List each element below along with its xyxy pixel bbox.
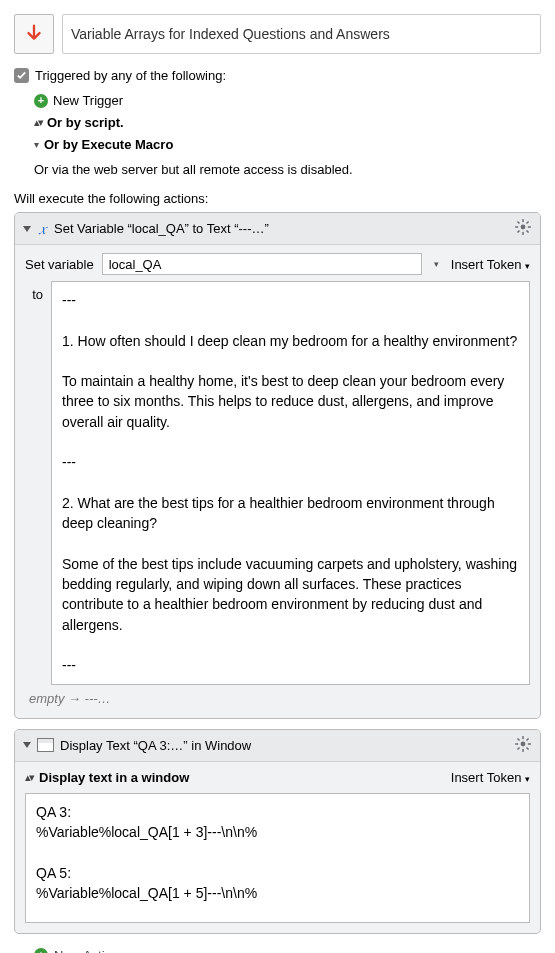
gear-icon [514,735,532,753]
variable-name-input[interactable]: local_QA [102,253,422,275]
action-header[interactable]: Display Text “QA 3:…” in Window [15,730,540,762]
window-icon [37,738,54,752]
updown-icon: ▴▾ [34,116,42,129]
plus-icon: + [34,948,48,953]
chevron-down-icon: ▾ [34,139,39,150]
svg-rect-5 [526,221,529,224]
svg-point-0 [521,225,526,230]
svg-rect-15 [517,747,520,750]
macro-title-text: Variable Arrays for Indexed Questions an… [71,26,390,42]
insert-token-button[interactable]: Insert Token ▾ [451,257,530,272]
empty-preview: empty → ---… [25,685,530,708]
svg-rect-11 [522,749,524,752]
new-trigger-button[interactable]: + New Trigger [34,93,541,108]
updown-icon: ▴▾ [25,771,33,784]
svg-rect-7 [517,221,520,224]
variable-name-value: local_QA [109,257,162,272]
gear-menu[interactable] [514,735,532,756]
macro-icon [14,14,54,54]
action-header-title: Set Variable “local_QA” to Text “---…” [54,221,269,236]
new-trigger-label: New Trigger [53,93,123,108]
insert-token-button[interactable]: Insert Token ▾ [451,770,530,785]
gear-icon [514,218,532,236]
variable-text-value[interactable]: --- 1. How often should I deep clean my … [51,281,530,685]
trigger-script-label: Or by script. [47,115,124,130]
triggered-checkbox[interactable] [14,68,29,83]
svg-rect-1 [522,219,524,222]
new-action-label: New Action [54,948,119,953]
svg-rect-17 [526,747,529,750]
svg-rect-8 [526,230,529,233]
svg-rect-16 [517,738,520,741]
set-variable-label: Set variable [25,257,94,272]
display-text-value[interactable]: QA 3: %Variable%local_QA[1 + 3]---\n\n% … [25,793,530,923]
disclosure-triangle-icon[interactable] [23,742,31,748]
svg-rect-6 [517,230,520,233]
variable-x-icon: 𝑥 [37,220,48,238]
svg-rect-10 [522,736,524,739]
svg-rect-14 [526,738,529,741]
disclosure-triangle-icon[interactable] [23,226,31,232]
to-label: to [25,281,43,302]
triggered-label: Triggered by any of the following: [35,68,226,83]
display-mode-select[interactable]: Display text in a window [39,770,189,785]
variable-dropdown[interactable]: ▾ [430,259,443,269]
svg-rect-13 [528,743,531,745]
svg-point-9 [521,741,526,746]
svg-rect-3 [515,226,518,228]
new-action-button[interactable]: + New Action [14,944,541,953]
svg-rect-4 [528,226,531,228]
will-execute-label: Will execute the following actions: [14,191,541,206]
macro-title-input[interactable]: Variable Arrays for Indexed Questions an… [62,14,541,54]
plus-icon: + [34,94,48,108]
trigger-by-script[interactable]: ▴▾ Or by script. [34,115,541,130]
gear-menu[interactable] [514,218,532,239]
web-server-note: Or via the web server but all remote acc… [14,162,541,177]
action-header-title: Display Text “QA 3:…” in Window [60,738,251,753]
svg-rect-2 [522,232,524,235]
action-set-variable: 𝑥 Set Variable “local_QA” to Text “---…”… [14,212,541,719]
trigger-by-execute-macro[interactable]: ▾ Or by Execute Macro [34,137,541,152]
trigger-execute-label: Or by Execute Macro [44,137,173,152]
svg-rect-12 [515,743,518,745]
action-display-text: Display Text “QA 3:…” in Window ▴▾ Displ… [14,729,541,934]
action-header[interactable]: 𝑥 Set Variable “local_QA” to Text “---…” [15,213,540,245]
